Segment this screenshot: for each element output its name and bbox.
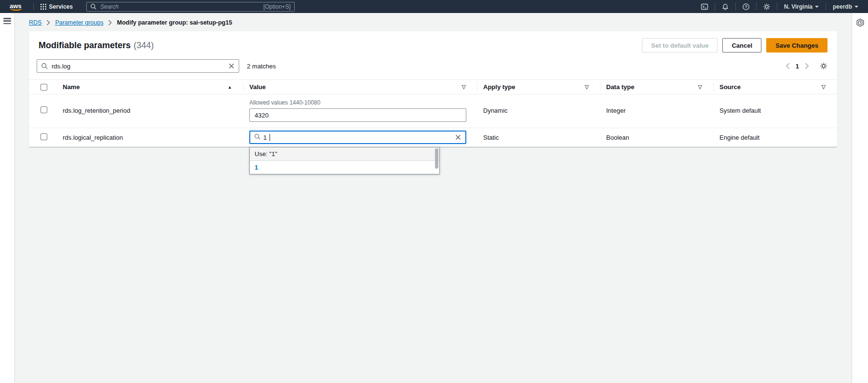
breadcrumb-chevron-icon bbox=[46, 20, 50, 26]
services-label: Services bbox=[49, 3, 73, 10]
page-number[interactable]: 1 bbox=[796, 63, 799, 70]
services-grid-icon bbox=[41, 4, 46, 10]
data-type-value: Integer bbox=[600, 107, 714, 114]
table-row: rds.logical_replication 1 bbox=[29, 128, 837, 147]
select-all-checkbox[interactable] bbox=[41, 84, 47, 91]
allowed-values-hint: Allowed values 1440-10080 bbox=[249, 99, 477, 106]
search-icon bbox=[254, 133, 260, 141]
breadcrumb: RDS Parameter groups Modify parameter gr… bbox=[29, 13, 837, 31]
history-clock-icon[interactable] bbox=[855, 18, 865, 29]
source-value: Engine default bbox=[714, 134, 837, 141]
value-suggestions-dropdown: Use: "1" 1 bbox=[249, 147, 440, 174]
aws-swoosh-icon bbox=[10, 8, 22, 11]
breadcrumb-link-parameter-groups[interactable]: Parameter groups bbox=[55, 19, 103, 26]
column-header-name[interactable]: Name ▲ bbox=[54, 80, 244, 94]
apply-type-value: Static bbox=[477, 134, 600, 141]
search-shortcut-hint: [Option+S] bbox=[263, 3, 291, 10]
parameter-count: (344) bbox=[134, 40, 154, 51]
value-cell: Allowed values 1440-10080 bbox=[244, 99, 477, 122]
chevron-down-icon bbox=[854, 6, 858, 8]
column-filter-icon[interactable]: ▽ bbox=[822, 84, 826, 90]
modifiable-parameters-card: Modifiable parameters (344) Set to defau… bbox=[29, 31, 837, 147]
column-filter-icon[interactable]: ▽ bbox=[698, 84, 702, 90]
notifications-bell-icon[interactable] bbox=[719, 0, 732, 13]
help-icon[interactable]: ? bbox=[740, 0, 752, 13]
parameter-filter bbox=[37, 59, 239, 73]
search-icon bbox=[41, 63, 48, 71]
topbar-divider bbox=[33, 2, 34, 11]
pagination: 1 bbox=[786, 62, 827, 70]
set-to-default-button[interactable]: Set to default value bbox=[642, 38, 718, 53]
table-header-row: Name ▲ Value ▽ Apply type ▽ bbox=[29, 79, 837, 94]
dropdown-use-entered-value[interactable]: Use: "1" bbox=[250, 147, 439, 161]
data-type-value: Boolean bbox=[600, 134, 714, 141]
topbar-divider bbox=[715, 2, 715, 11]
column-header-source[interactable]: Source ▽ bbox=[714, 80, 837, 94]
select-all-cell bbox=[29, 80, 54, 94]
table-row: rds.log_retention_period Allowed values … bbox=[29, 94, 837, 128]
combobox-typed-text: 1 bbox=[263, 134, 267, 141]
column-header-value[interactable]: Value ▽ bbox=[244, 80, 477, 94]
filter-row: 2 matches 1 bbox=[29, 55, 837, 75]
table-settings-gear-icon[interactable] bbox=[820, 62, 827, 70]
topbar-divider bbox=[777, 2, 777, 11]
topbar-divider bbox=[826, 2, 826, 11]
sort-ascending-icon: ▲ bbox=[228, 85, 232, 90]
cloudshell-icon[interactable] bbox=[698, 0, 711, 13]
right-tools-rail bbox=[852, 13, 868, 383]
apply-type-value: Dynamic bbox=[477, 107, 600, 114]
topbar-divider bbox=[756, 2, 757, 11]
column-header-apply-type[interactable]: Apply type ▽ bbox=[477, 80, 600, 94]
left-nav-rail bbox=[0, 13, 15, 383]
hamburger-menu-icon[interactable] bbox=[3, 18, 11, 24]
account-menu[interactable]: peerdb bbox=[830, 3, 861, 10]
next-page-icon[interactable] bbox=[805, 63, 809, 69]
region-selector[interactable]: N. Virginia bbox=[781, 3, 822, 10]
clear-value-icon[interactable] bbox=[455, 134, 461, 141]
dropdown-scrollbar[interactable] bbox=[435, 148, 438, 169]
header-actions: Set to default value Cancel Save Changes bbox=[642, 38, 827, 53]
row-checkbox[interactable] bbox=[41, 106, 47, 113]
services-menu[interactable]: Services bbox=[38, 0, 76, 13]
search-icon bbox=[90, 3, 96, 11]
cancel-button[interactable]: Cancel bbox=[722, 38, 761, 53]
region-label: N. Virginia bbox=[784, 3, 813, 10]
column-filter-icon[interactable]: ▽ bbox=[585, 84, 589, 90]
topbar-search: [Option+S] bbox=[86, 2, 295, 12]
parameter-name: rds.log_retention_period bbox=[54, 107, 244, 114]
settings-gear-icon[interactable] bbox=[760, 0, 773, 13]
parameter-value-input[interactable] bbox=[249, 108, 466, 122]
prev-page-icon[interactable] bbox=[786, 63, 790, 69]
value-cell: 1 Use: "1" 1 bbox=[244, 131, 477, 144]
source-value: System default bbox=[714, 107, 837, 114]
column-filter-icon[interactable]: ▽ bbox=[462, 84, 466, 90]
page-title: Modifiable parameters bbox=[39, 40, 131, 51]
topbar: aws Services [Option+S] ? N. bbox=[0, 0, 868, 13]
aws-logo[interactable]: aws bbox=[7, 2, 25, 11]
topbar-right: ? N. Virginia peerdb bbox=[698, 0, 861, 13]
text-cursor bbox=[270, 134, 270, 141]
row-checkbox[interactable] bbox=[41, 133, 47, 140]
parameter-name: rds.logical_replication bbox=[54, 134, 244, 141]
svg-text:?: ? bbox=[745, 4, 747, 9]
breadcrumb-chevron-icon bbox=[108, 20, 112, 26]
parameter-value-combobox[interactable]: 1 bbox=[249, 131, 466, 144]
parameters-table: Name ▲ Value ▽ Apply type ▽ bbox=[29, 79, 837, 147]
app-shell: RDS Parameter groups Modify parameter gr… bbox=[0, 13, 868, 383]
dropdown-option[interactable]: 1 bbox=[250, 161, 439, 174]
breadcrumb-current-page: Modify parameter group: sai-setup-pg15 bbox=[117, 19, 232, 26]
column-header-data-type[interactable]: Data type ▽ bbox=[600, 80, 714, 94]
main-content: RDS Parameter groups Modify parameter gr… bbox=[15, 13, 852, 383]
card-header: Modifiable parameters (344) Set to defau… bbox=[29, 31, 837, 55]
account-label: peerdb bbox=[833, 3, 852, 10]
save-changes-button[interactable]: Save Changes bbox=[766, 38, 827, 53]
breadcrumb-link-rds[interactable]: RDS bbox=[29, 19, 41, 26]
topbar-divider bbox=[735, 2, 736, 11]
match-count: 2 matches bbox=[247, 63, 276, 70]
filter-input[interactable] bbox=[37, 59, 239, 73]
chevron-down-icon bbox=[815, 6, 819, 8]
clear-filter-icon[interactable] bbox=[228, 63, 235, 71]
